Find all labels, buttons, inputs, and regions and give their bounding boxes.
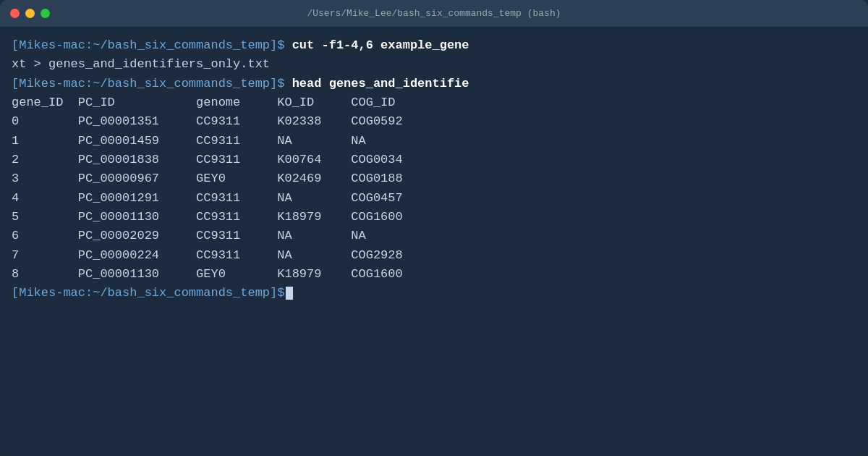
cmd-1: cut -f1-4,6 example_gene <box>284 38 469 52</box>
continuation-line: xt > genes_and_identifiers_only.txt <box>12 55 856 74</box>
command-line-1: [Mikes-mac:~/bash_six_commands_temp]$ cu… <box>12 36 856 55</box>
maximize-button[interactable] <box>41 9 50 18</box>
window-title: /Users/Mike_Lee/bash_six_commands_temp (… <box>307 8 561 19</box>
table-row: 7 PC_00000224 CC9311 NA COG2928 <box>12 246 856 265</box>
table-row: 3 PC_00000967 GEY0 K02469 COG0188 <box>12 169 856 188</box>
close-button[interactable] <box>10 9 20 18</box>
table-row: 8 PC_00001130 GEY0 K18979 COG1600 <box>12 265 856 284</box>
continuation-text: xt > genes_and_identifiers_only.txt <box>12 57 270 71</box>
traffic-lights <box>10 9 50 18</box>
table-row: 6 PC_00002029 CC9311 NA NA <box>12 227 856 245</box>
cursor <box>286 287 293 300</box>
prompt-2: [Mikes-mac:~/bash_six_commands_temp]$ <box>12 77 284 90</box>
minimize-button[interactable] <box>25 9 35 18</box>
terminal-window: /Users/Mike_Lee/bash_six_commands_temp (… <box>0 0 868 456</box>
final-prompt-line: [Mikes-mac:~/bash_six_commands_temp]$ <box>12 284 856 303</box>
header-text: gene_ID PC_ID genome KO_ID COG_ID <box>12 96 396 109</box>
cmd-2: head genes_and_identifie <box>284 77 469 90</box>
table-header: gene_ID PC_ID genome KO_ID COG_ID <box>12 93 856 112</box>
table-row: 1 PC_00001459 CC9311 NA NA <box>12 132 856 151</box>
final-prompt: [Mikes-mac:~/bash_six_commands_temp]$ <box>12 286 284 300</box>
titlebar: /Users/Mike_Lee/bash_six_commands_temp (… <box>0 0 868 28</box>
table-row: 4 PC_00001291 CC9311 NA COG0457 <box>12 189 856 208</box>
command-line-2: [Mikes-mac:~/bash_six_commands_temp]$ he… <box>12 75 856 93</box>
table-row: 2 PC_00001838 CC9311 K00764 COG0034 <box>12 151 856 169</box>
table-row: 5 PC_00001130 CC9311 K18979 COG1600 <box>12 208 856 227</box>
prompt-1: [Mikes-mac:~/bash_six_commands_temp]$ <box>12 38 284 52</box>
terminal-content[interactable]: [Mikes-mac:~/bash_six_commands_temp]$ cu… <box>0 28 868 456</box>
table-row: 0 PC_00001351 CC9311 K02338 COG0592 <box>12 112 856 131</box>
